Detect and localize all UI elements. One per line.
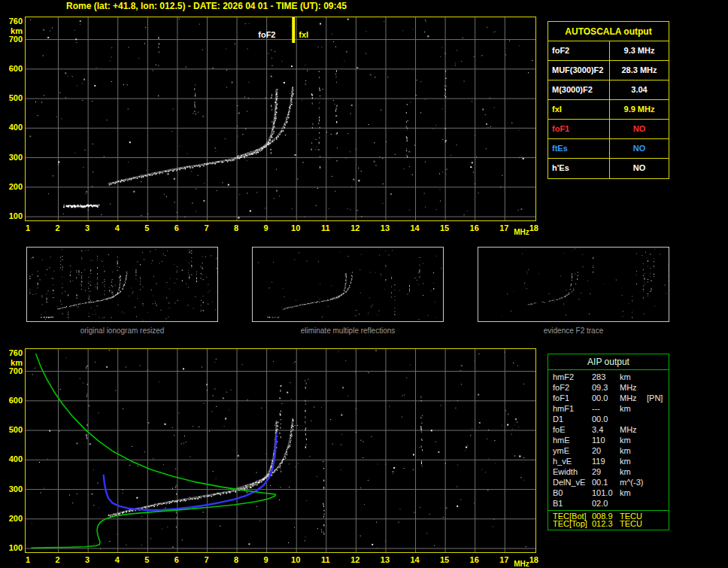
thumbnail-f2-trace <box>478 247 669 322</box>
fof2-annotation-label: foF2 <box>258 30 275 39</box>
x-tick-label: 8 <box>228 223 244 232</box>
thumbnail-canvas <box>27 248 217 321</box>
x-tick-label: 5 <box>138 223 155 232</box>
aip-parameter-unit: km <box>620 372 647 382</box>
x-tick-label: 9 <box>258 223 275 232</box>
aip-parameter-flag <box>647 414 669 424</box>
x-tick-label: 8 <box>228 555 244 564</box>
x-tick-label: 7 <box>198 223 214 232</box>
aip-parameter-value: 20 <box>592 445 620 456</box>
top-ionogram-plot-area: foF2fxI <box>25 17 536 221</box>
aip-parameter-flag <box>647 372 669 382</box>
aip-parameter-name: foE <box>548 424 592 435</box>
autoscala-row: ftEsNO <box>548 139 669 159</box>
aip-parameter-value: 012.3 <box>592 519 620 528</box>
aip-parameter-name: hmF2 <box>548 372 592 382</box>
aip-parameter-value: 09.3 <box>592 382 620 393</box>
y-tick-label: 200 <box>1 182 23 191</box>
aip-parameter-value: 00.0 <box>592 393 620 403</box>
y-tick-label: 500 <box>1 93 23 102</box>
x-tick-label: 12 <box>347 555 363 564</box>
aip-parameter-flag <box>647 403 669 414</box>
aip-parameter-value: --- <box>592 403 620 414</box>
thumbnail-original-ionogram <box>26 247 218 322</box>
aip-parameter-unit: km <box>620 456 647 466</box>
aip-parameter-unit: TECU <box>620 519 647 528</box>
aip-row: TEC[Bot]008.9TECU <box>548 510 669 519</box>
aip-parameter-unit: km <box>620 435 647 445</box>
aip-parameter-unit: km <box>620 466 647 477</box>
y-tick-label: 760 <box>1 348 23 357</box>
aip-parameter-value: 02.0 <box>592 498 620 509</box>
bottom-ionogram: 760km70060050040030020010012345678910111… <box>0 348 544 568</box>
aip-parameter-name: DelN_vE <box>548 477 592 488</box>
aip-parameter-unit <box>620 414 647 424</box>
aip-parameter-flag <box>647 382 669 393</box>
x-tick-label: 16 <box>466 555 483 564</box>
autoscala-parameter-name: foF2 <box>548 41 610 60</box>
aip-parameter-flag <box>647 435 669 445</box>
autoscala-output-table: AUTOSCALA outputfoF29.3 MHzMUF(3000)F228… <box>548 21 669 179</box>
x-tick-label: 13 <box>377 555 393 564</box>
x-tick-label: 2 <box>50 555 66 564</box>
y-tick-label: 100 <box>1 543 23 552</box>
autoscala-parameter-value: NO <box>610 120 669 138</box>
aip-parameter-unit: MHz <box>620 424 647 435</box>
aip-parameter-flag <box>647 488 669 498</box>
aip-row: foF100.0MHz[PN] <box>548 393 669 403</box>
aip-row: hmF1---km <box>548 403 669 414</box>
aip-row: B102.0 <box>548 498 669 509</box>
y-tick-label: 700 <box>1 35 23 44</box>
aip-parameter-value: 008.9 <box>592 512 620 519</box>
aip-parameter-name: foF2 <box>548 382 592 393</box>
bottom-ionogram-plot-area <box>25 348 536 553</box>
aip-row: hmF2283km <box>548 372 669 382</box>
autoscala-row: M(3000)F23.04 <box>548 80 669 100</box>
x-tick-label: 15 <box>436 555 453 564</box>
x-axis-unit-label: MHz <box>514 560 529 568</box>
aip-row: DelN_vE00.1m^(-3) <box>548 477 669 488</box>
thumbnail-caption: eliminate multiple reflections <box>252 327 444 335</box>
aip-row: TEC[Top]012.3TECU <box>548 519 669 528</box>
aip-row: D100.0 <box>548 414 669 424</box>
x-tick-label: 9 <box>258 555 275 564</box>
x-tick-label: 14 <box>407 223 423 232</box>
aip-row: foE3.4MHz <box>548 424 669 435</box>
aip-parameter-name: B0 <box>548 488 592 498</box>
autoscala-row: h'EsNO <box>548 159 669 178</box>
bottom-ionogram-canvas <box>26 349 535 552</box>
autoscala-parameter-value: 9.9 MHz <box>610 100 669 119</box>
top-ionogram-canvas: foF2fxI <box>26 17 535 220</box>
aip-parameter-unit: km <box>620 403 647 414</box>
x-tick-label: 10 <box>287 223 304 232</box>
aip-parameter-value: 00.0 <box>592 414 620 424</box>
y-tick-label: 600 <box>1 396 23 405</box>
autoscala-parameter-value: 9.3 MHz <box>610 41 669 60</box>
aip-row: ymE20km <box>548 445 669 456</box>
aip-parameter-flag <box>647 466 669 477</box>
aip-parameter-name: hmE <box>548 435 592 445</box>
aip-output-table: AIP outputhmF2283kmfoF209.3MHzfoF100.0MH… <box>548 354 669 530</box>
top-ionogram: foF2fxI 760km700600500400300200100123456… <box>0 17 544 242</box>
aip-parameter-name: hmF1 <box>548 403 592 414</box>
autoscala-parameter-value: 3.04 <box>610 80 669 99</box>
thumbnail-caption: evidence F2 trace <box>478 327 669 335</box>
autoscala-parameter-name: fxI <box>548 100 610 119</box>
aip-row: B0101.0km <box>548 488 669 498</box>
x-tick-label: 4 <box>109 555 126 564</box>
aip-parameter-unit: MHz <box>620 393 647 403</box>
aip-row: h_vE119km <box>548 456 669 466</box>
aip-parameter-name: foF1 <box>548 393 592 403</box>
x-tick-label: 3 <box>79 555 96 564</box>
aip-parameter-unit: m^(-3) <box>620 477 647 488</box>
aip-parameter-unit: km <box>620 445 647 456</box>
autoscala-table-title: AUTOSCALA output <box>548 22 669 41</box>
aip-parameter-value: 101.0 <box>592 488 620 498</box>
aip-parameter-flag <box>647 456 669 466</box>
autoscala-row: fxI9.9 MHz <box>548 100 669 120</box>
y-tick-label: 600 <box>1 64 23 73</box>
y-tick-label: 200 <box>1 514 23 523</box>
aip-parameter-unit: TECU <box>620 512 647 519</box>
x-tick-label: 2 <box>50 223 66 232</box>
x-axis-unit-label: MHz <box>514 228 529 236</box>
